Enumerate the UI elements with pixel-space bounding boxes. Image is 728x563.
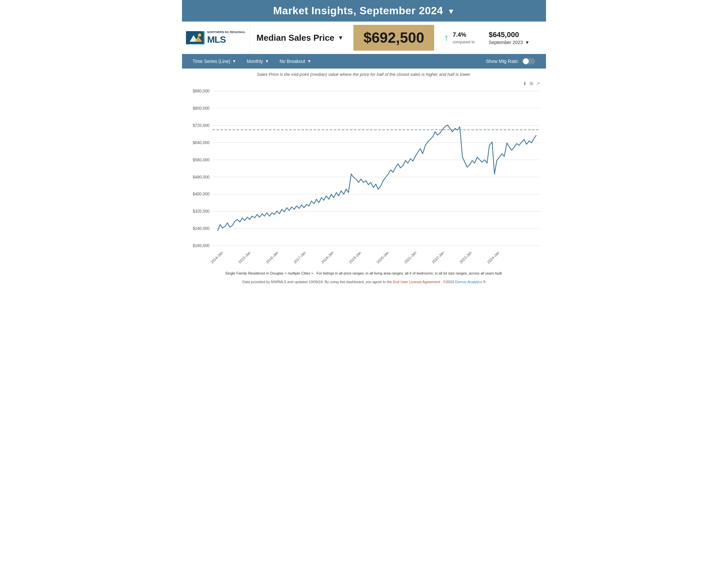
svg-text:2024-Jan: 2024-Jan [486,250,500,264]
prev-period: September 2023 ▼ [489,40,529,45]
mtg-rate-control: Show Mtg Rate: [480,58,541,65]
eula-link[interactable]: End User License Agreement [393,280,441,284]
svg-text:2020-Jan: 2020-Jan [376,250,389,264]
logo-top-text: NORTHERN NV REGIONAL [207,30,246,34]
monthly-control[interactable]: Monthly ▼ [242,54,274,69]
svg-text:2019-Jan: 2019-Jan [348,250,362,264]
comparison-prev: $645,000 September 2023 ▼ [489,30,529,45]
header-dropdown-icon[interactable]: ▼ [447,7,455,16]
download-icon[interactable]: ⬇ [523,81,527,86]
svg-rect-0 [187,32,204,44]
table-icon[interactable]: ⊞ [529,81,533,86]
comparison-pct: 7.4% [453,31,466,38]
time-series-label: Time Series (Line) [193,59,230,64]
svg-text:$400,000: $400,000 [193,192,209,196]
prev-period-dropdown[interactable]: ▼ [525,40,529,45]
registered-mark: ® [483,280,486,284]
logo-mls-text: MLS [207,34,246,45]
metric-label: Median Sales Price [256,33,335,43]
svg-text:2016-Jan: 2016-Jan [265,250,279,264]
toggle-knob [523,58,529,64]
no-breakout-label: No Breakout [280,59,305,64]
time-series-control[interactable]: Time Series (Line) ▼ [187,54,242,69]
data-provided-text: Data provided by NNRMLS and updated 10/0… [242,280,393,284]
svg-text:2014-Jan: 2014-Jan [210,250,223,264]
svg-text:2023-Jan: 2023-Jan [459,250,472,264]
mtg-rate-toggle[interactable] [522,58,535,65]
metric-value-box: $692,500 [353,25,434,51]
page-title: Market Insights, September 2024 ▼ [189,5,539,17]
svg-text:2017-Jan: 2017-Jan [293,250,306,264]
copyright-text: . ©2024 [441,280,455,284]
svg-text:$720,000: $720,000 [193,123,209,128]
comparison-up-arrow: ↑ [444,33,449,42]
svg-text:$240,000: $240,000 [193,226,209,231]
metric-row: Median Sales Price ▼ $692,500 ↑ 7.4% com… [250,22,546,54]
controls-bar: Time Series (Line) ▼ Monthly ▼ No Breako… [182,54,546,69]
time-series-dropdown-icon: ▼ [232,59,236,64]
svg-text:$800,000: $800,000 [193,106,209,111]
no-breakout-dropdown-icon: ▼ [307,59,311,64]
chart-export-icons[interactable]: ⬇ ⊞ ↗ [523,81,540,86]
chart-wrapper: ⬇ ⊞ ↗ $880,000 $800,000 $720,000 $640,00… [185,79,543,268]
prev-value: $645,000 [489,30,529,39]
svg-text:2022-Jan: 2022-Jan [431,250,445,264]
metric-current-value: $692,500 [363,29,424,46]
svg-text:2021-Jan: 2021-Jan [403,250,417,264]
svg-text:$480,000: $480,000 [193,175,209,179]
logo-metric-row: NORTHERN NV REGIONAL MLS Median Sales Pr… [182,22,546,54]
svg-text:$160,000: $160,000 [193,243,209,248]
metric-comparison: 7.4% compared to [453,31,475,44]
monthly-dropdown-icon: ▼ [265,59,269,64]
logo-area: NORTHERN NV REGIONAL MLS [182,22,250,54]
svg-text:$640,000: $640,000 [193,140,209,145]
share-icon[interactable]: ↗ [536,81,540,86]
chart-container: Sales Price is the mid-point (median) va… [182,69,546,268]
no-breakout-control[interactable]: No Breakout ▼ [274,54,317,69]
logo-image [186,31,205,44]
chart-subtitle: Sales Price is the mid-point (median) va… [185,72,543,77]
chart-footer: Single Family Residence in Douglas > mul… [182,268,546,278]
analytics-link[interactable]: Domus Analytics [455,280,483,284]
svg-text:$560,000: $560,000 [193,158,209,162]
mtg-rate-label: Show Mtg Rate: [486,59,519,64]
metric-label-dropdown[interactable]: ▼ [338,34,344,41]
svg-text:2015-Jan: 2015-Jan [238,250,251,264]
data-footer: Data provided by NNRMLS and updated 10/0… [182,278,546,288]
line-chart: $880,000 $800,000 $720,000 $640,000 $560… [185,79,543,268]
svg-text:$320,000: $320,000 [193,209,209,213]
comparison-label: compared to [453,40,475,44]
svg-point-3 [198,33,201,37]
monthly-label: Monthly [247,59,263,64]
page-header: Market Insights, September 2024 ▼ [182,0,546,22]
svg-text:2018-Jan: 2018-Jan [320,250,334,264]
chart-footer-text: Single Family Residence in Douglas > mul… [225,271,503,275]
price-line [218,125,536,231]
svg-text:$880,000: $880,000 [193,89,209,93]
